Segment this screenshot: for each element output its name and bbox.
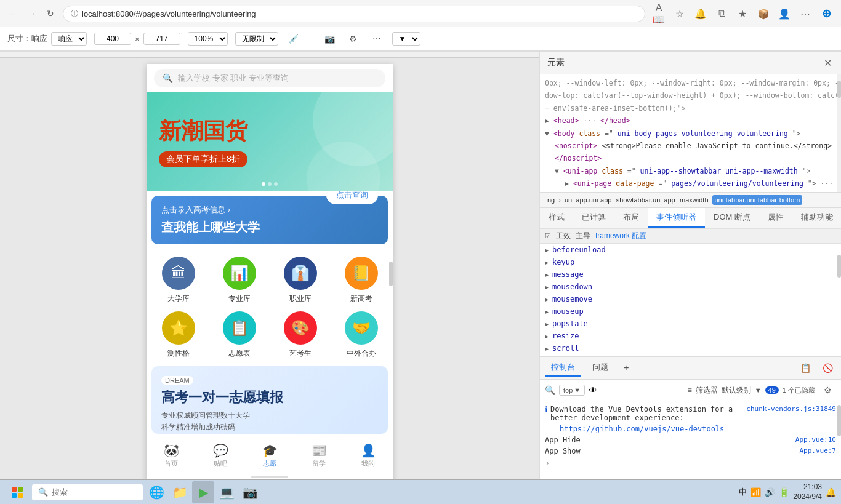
event-message[interactable]: ▶ message xyxy=(540,268,841,281)
tab-properties[interactable]: 属性 xyxy=(759,208,792,228)
address-bar[interactable]: ⓘ localhost:8080/#/pages/volunteering/vo… xyxy=(63,6,645,22)
icon-item-career[interactable]: 👔 职业库 xyxy=(273,257,327,304)
uni-search-card[interactable]: 点击录入高考信息 › 查我能上哪些大学 点击查询 xyxy=(151,196,388,244)
collections2-button[interactable]: 📦 xyxy=(755,5,772,22)
taskbar-search[interactable]: 🔍 搜索 xyxy=(32,484,143,500)
right-dropdown[interactable]: ▼ xyxy=(392,32,420,46)
edge-icon-button[interactable]: ⊕ xyxy=(818,5,835,22)
icon-item-personality[interactable]: ⭐ 测性格 xyxy=(151,311,205,359)
icon-item-major[interactable]: 📊 专业库 xyxy=(212,257,266,304)
volume-icon[interactable]: 🔊 xyxy=(765,487,775,497)
code-line-unipage[interactable]: ▶ <uni-page data-page =" pages/volunteer… xyxy=(540,177,841,190)
event-beforeunload[interactable]: ▶ beforeunload xyxy=(540,244,841,256)
collections-button[interactable]: 🔔 xyxy=(692,5,709,22)
back-button[interactable]: ← xyxy=(6,6,21,21)
scrollbar-thumb[interactable] xyxy=(837,81,841,98)
filter-equals-icon[interactable]: ≡ xyxy=(688,386,692,394)
limit-dropdown[interactable]: 无限制 xyxy=(235,32,278,46)
taskbar-app-edge[interactable]: 🌐 xyxy=(145,481,167,503)
icon-item-volunteer[interactable]: 📋 志愿表 xyxy=(212,311,266,359)
start-button[interactable] xyxy=(5,482,30,503)
favorites-list-button[interactable]: ★ xyxy=(734,5,751,22)
filter-icon[interactable]: 🔍 xyxy=(545,385,555,395)
add-console-tab-button[interactable]: + xyxy=(619,361,633,375)
section-header-zhudao[interactable]: 主导 xyxy=(576,231,590,241)
tab-styles[interactable]: 样式 xyxy=(540,208,573,228)
event-mouseup[interactable]: ▶ mouseup xyxy=(540,305,841,318)
notification-bell[interactable]: 🔔 xyxy=(826,487,836,497)
tab-volunteer[interactable]: 🎓 志愿 xyxy=(245,443,294,468)
expand-arrow-icon[interactable]: › xyxy=(545,458,550,468)
tab-profile[interactable]: 👤 我的 xyxy=(344,443,393,468)
profile-button[interactable]: 👤 xyxy=(776,5,793,22)
taskbar-app-explorer[interactable]: 📁 xyxy=(169,481,191,503)
event-scroll[interactable]: ▶ scroll xyxy=(540,342,841,354)
icon-item-intl[interactable]: 🤝 中外合办 xyxy=(334,311,388,359)
level-dropdown-arrow[interactable]: ▼ xyxy=(755,386,762,394)
code-line-head[interactable]: ▶ <head> ··· </head> xyxy=(540,114,841,127)
tab-event-listeners[interactable]: 事件侦听器 xyxy=(648,208,705,228)
zoom-dropdown[interactable]: 100% xyxy=(188,32,228,46)
console-screenshot-button[interactable]: 📋 xyxy=(797,359,814,377)
console-file-4[interactable]: App.vue:7 xyxy=(799,447,836,455)
read-mode-button[interactable]: A📖 xyxy=(650,5,667,22)
taskbar-app-camera[interactable]: 📷 xyxy=(239,481,261,503)
more-options-button[interactable]: ⋯ xyxy=(369,31,385,47)
console-scrollbar-track[interactable] xyxy=(837,401,841,479)
taskbar-app-terminal[interactable]: ▶ xyxy=(192,481,214,503)
size-dropdown[interactable]: 响应 xyxy=(51,32,87,46)
tab-tieba[interactable]: 💬 贴吧 xyxy=(196,443,245,468)
devtools-close-button[interactable]: ✕ xyxy=(821,57,834,69)
event-mousemove[interactable]: ▶ mousemove xyxy=(540,293,841,305)
console-scrollbar-thumb[interactable] xyxy=(837,405,841,436)
taskbar-app-vscode[interactable]: 💻 xyxy=(215,481,238,503)
settings-button[interactable]: ⚙ xyxy=(345,31,361,47)
section-header-gongxiao[interactable]: 工效 xyxy=(556,231,571,241)
refresh-button[interactable]: ↻ xyxy=(43,6,58,21)
event-touchcancel[interactable]: ▶ touchcancel xyxy=(540,354,841,356)
top-dropdown[interactable]: top ▼ xyxy=(559,385,585,396)
devtools-link[interactable]: https://github.com/vuejs/vue-devtools xyxy=(560,425,724,433)
code-line-uniapp[interactable]: ▼ <uni-app class =" uni-app--showtabbar … xyxy=(540,165,841,177)
breadcrumb-uniapp[interactable]: uni-app.uni-app--showtabbar.uni-app--max… xyxy=(562,195,711,205)
taskbar-time[interactable]: 21:03 2024/9/4 xyxy=(793,482,822,502)
console-settings-button[interactable]: ⚙ xyxy=(819,382,836,399)
console-block-button[interactable]: 🚫 xyxy=(819,359,836,377)
resize-handle[interactable] xyxy=(389,262,393,286)
console-file-3[interactable]: App.vue:10 xyxy=(795,436,836,444)
event-popstate[interactable]: ▶ popstate xyxy=(540,318,841,330)
more-button[interactable]: ⋯ xyxy=(797,5,814,22)
height-input[interactable] xyxy=(143,33,180,45)
tab-study-abroad[interactable]: 📰 留学 xyxy=(294,443,344,468)
event-keyup[interactable]: ▶ keyup xyxy=(540,256,841,268)
breadcrumb-unitabbar[interactable]: uni-tabbar.uni-tabbar-bottom xyxy=(712,195,803,205)
event-mousedown[interactable]: ▶ mousedown xyxy=(540,281,841,293)
screenshot-button[interactable]: 📷 xyxy=(322,31,338,47)
console-file-1[interactable]: chunk-vendors.js:31849 xyxy=(746,405,836,413)
issues-tab[interactable]: 问题 xyxy=(586,359,614,377)
section-header-framework[interactable]: framework 配置 xyxy=(595,231,646,241)
events-scrollbar-thumb[interactable] xyxy=(837,255,841,278)
eye-icon[interactable]: 👁 xyxy=(589,385,597,395)
favorites-button[interactable]: ☆ xyxy=(671,5,688,22)
icon-item-university[interactable]: 🏛 大学库 xyxy=(151,257,205,304)
tab-dom-breakpoints[interactable]: DOM 断点 xyxy=(705,208,759,228)
console-tab[interactable]: 控制台 xyxy=(545,359,581,377)
icon-item-art[interactable]: 🎨 艺考生 xyxy=(273,311,327,359)
events-scrollbar-track[interactable] xyxy=(837,244,841,356)
eyedropper-button[interactable]: 💉 xyxy=(286,31,302,47)
banner[interactable]: 新潮国货 会员下单享折上8折 xyxy=(147,92,393,191)
taskbar-lang[interactable]: 中 xyxy=(739,487,747,498)
split-view-button[interactable]: ⧉ xyxy=(713,5,730,22)
scrollbar-track[interactable] xyxy=(837,74,841,192)
tab-layout[interactable]: 布局 xyxy=(614,208,648,228)
search-input-wrap[interactable]: 🔍 输入学校 专家 职业 专业等查询 xyxy=(154,69,385,87)
breadcrumb-ng[interactable]: ng xyxy=(545,195,557,205)
tab-accessibility[interactable]: 辅助功能 xyxy=(792,208,841,228)
filter-funnel-icon[interactable]: 筛选器 xyxy=(696,385,718,396)
event-resize[interactable]: ▶ resize xyxy=(540,330,841,342)
tab-computed[interactable]: 已计算 xyxy=(573,208,614,228)
forward-button[interactable]: → xyxy=(25,6,39,21)
bottom-banner[interactable]: DREAM 高考一对一志愿填报 专业权威顾问管理数十大学 科学精准增加成功砝码 xyxy=(151,366,388,434)
width-input[interactable] xyxy=(94,33,131,45)
